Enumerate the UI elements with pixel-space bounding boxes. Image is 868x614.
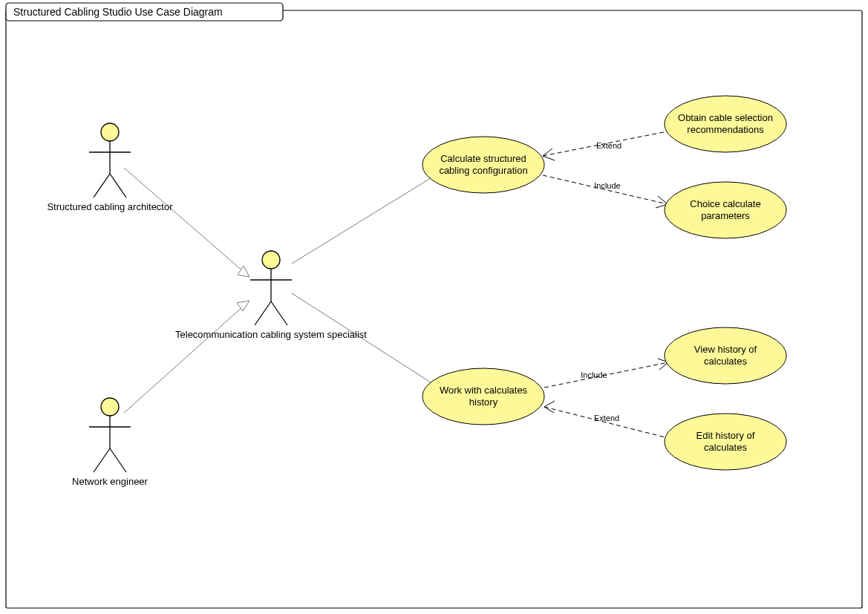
rel-label-extend-1: Extend: [596, 141, 621, 150]
usecase-edit: Edit history of calculates: [665, 414, 786, 470]
actor-engineer: Network engineer: [72, 398, 149, 487]
svg-marker-1: [238, 266, 249, 277]
svg-line-2: [124, 301, 249, 413]
usecase-choice: Choice calculate parameters: [665, 182, 786, 238]
rel-label-include-2: Include: [581, 370, 607, 379]
actor-engineer-label: Network engineer: [72, 476, 149, 487]
svg-marker-3: [237, 301, 249, 311]
gen-architector-specialist: [124, 168, 249, 277]
usecase-choice-l1: Choice calculate: [690, 198, 760, 209]
svg-point-18: [101, 398, 119, 416]
usecase-calc: Calculate structured cabling configurati…: [422, 137, 544, 193]
usecase-view: View history of calculates: [665, 327, 786, 384]
dep-calc-obtain: Extend: [543, 131, 668, 160]
svg-point-8: [101, 123, 119, 141]
usecase-obtain-l1: Obtain cable selection: [678, 112, 773, 123]
assoc-specialist-work: [292, 293, 449, 394]
diagram-title: Structured Cabling Studio Use Case Diagr…: [13, 6, 223, 18]
rel-label-extend-2: Extend: [594, 414, 619, 422]
dep-work-view: Include: [544, 359, 668, 388]
usecase-work-l2: history: [469, 396, 498, 408]
usecase-edit-l1: Edit history of: [696, 430, 755, 441]
svg-line-22: [110, 448, 126, 472]
gen-engineer-specialist: [124, 301, 249, 413]
usecase-work-l1: Work with calculates: [440, 385, 528, 396]
actor-specialist: Telecommunication cabling system special…: [175, 251, 367, 340]
svg-line-21: [94, 448, 110, 472]
usecase-view-l2: calculates: [704, 356, 747, 367]
actor-specialist-label: Telecommunication cabling system special…: [175, 329, 367, 340]
usecase-calc-l2: cabling configuration: [439, 165, 527, 176]
dep-work-edit: Extend: [544, 401, 668, 438]
svg-line-0: [124, 168, 249, 277]
svg-line-11: [94, 174, 110, 197]
usecase-calc-l1: Calculate structured: [440, 153, 526, 164]
svg-line-16: [255, 301, 271, 325]
usecase-edit-l2: calculates: [704, 442, 747, 453]
use-case-diagram-canvas: Structured Cabling Studio Use Case Diagr…: [0, 0, 868, 614]
actor-architector: Structured cabling architector: [47, 123, 173, 212]
svg-line-17: [271, 301, 287, 325]
assoc-specialist-calc: [292, 169, 446, 264]
usecase-work: Work with calculates history: [422, 368, 544, 425]
dep-calc-choice: Include: [543, 175, 668, 208]
actor-architector-label: Structured cabling architector: [47, 201, 173, 212]
usecase-obtain: Obtain cable selection recommendations: [665, 96, 786, 152]
svg-line-12: [110, 174, 126, 197]
svg-line-7: [544, 407, 668, 438]
usecase-choice-l2: parameters: [701, 210, 750, 221]
usecase-view-l1: View history of: [694, 344, 757, 355]
svg-point-13: [262, 251, 280, 269]
usecase-obtain-l2: recommendations: [687, 124, 764, 135]
rel-label-include-1: Include: [594, 181, 620, 190]
